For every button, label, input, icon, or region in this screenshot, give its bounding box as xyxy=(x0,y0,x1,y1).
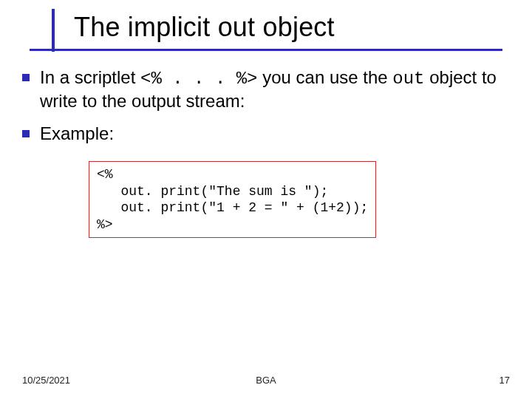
bullet-item: Example: xyxy=(22,123,510,145)
content-area: In a scriptlet <% . . . %> you can use t… xyxy=(22,66,510,238)
title-horizontal-rule xyxy=(30,49,502,51)
bullet-item: In a scriptlet <% . . . %> you can use t… xyxy=(22,66,510,112)
bullet-text: Example: xyxy=(40,123,114,145)
text-run: Example: xyxy=(40,123,114,143)
footer-author: BGA xyxy=(22,375,510,386)
inline-code: <% . . . %> xyxy=(140,69,257,89)
footer: 10/25/2021 BGA 17 xyxy=(22,375,510,386)
footer-date: 10/25/2021 xyxy=(22,375,70,386)
code-block: <% out. print("The sum is "); out. print… xyxy=(89,161,376,238)
bullet-text: In a scriptlet <% . . . %> you can use t… xyxy=(40,66,510,112)
slide: { "title": "The implicit out object", "b… xyxy=(0,0,532,399)
page-title: The implicit out object xyxy=(52,7,517,43)
inline-code: out xyxy=(392,69,424,89)
title-area: The implicit out object xyxy=(52,7,517,43)
square-bullet-icon xyxy=(22,130,30,137)
text-run: you can use the xyxy=(258,67,393,87)
footer-page-number: 17 xyxy=(499,375,510,386)
square-bullet-icon xyxy=(22,74,30,81)
text-run: In a scriptlet xyxy=(40,67,140,87)
